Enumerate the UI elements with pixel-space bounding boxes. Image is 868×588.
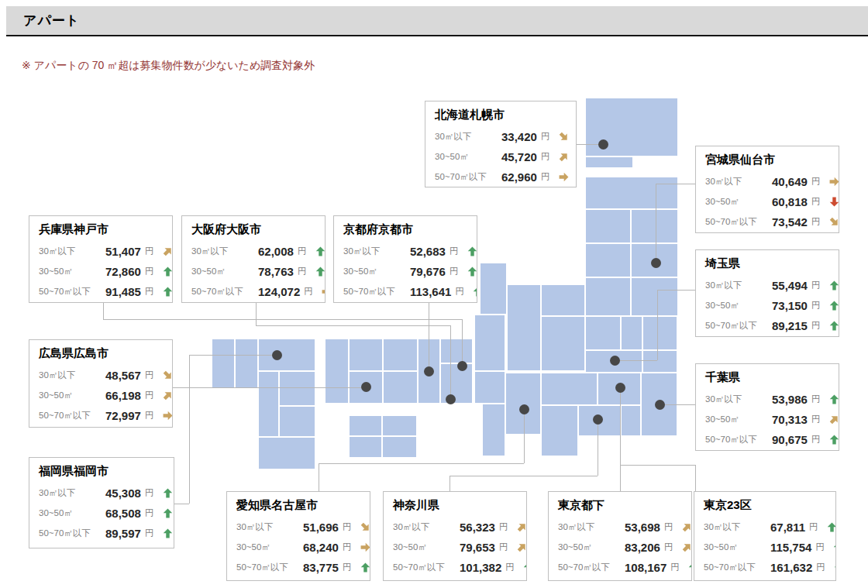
region-name: 北海道札幌市 — [435, 108, 567, 122]
trend-right-icon — [559, 172, 569, 182]
trend-up-right-icon — [827, 412, 839, 426]
trend-up-right-icon — [160, 388, 173, 402]
city-marker — [457, 361, 467, 371]
price-value: 62,960 — [501, 170, 537, 184]
size-label: 30㎡以下 — [191, 246, 258, 257]
region-card: 千葉県 30㎡以下53,986円30~50㎡70,313円50~70㎡以下90,… — [695, 363, 839, 451]
region-card: 埼玉県 30㎡以下55,494円30~50㎡73,150円50~70㎡以下89,… — [695, 249, 839, 337]
price-value: 113,641 — [410, 285, 451, 298]
price-value: 161,632 — [770, 561, 812, 574]
currency-unit: 円 — [815, 542, 826, 553]
price-rows: 30㎡以下51,696円30~50㎡68,240円50~70㎡以下83,775円 — [236, 517, 360, 577]
connector-line — [103, 319, 462, 320]
price-value: 60,818 — [772, 195, 808, 208]
region-name: 宮城県仙台市 — [705, 153, 829, 167]
currency-unit: 円 — [811, 196, 822, 208]
price-row: 30㎡以下52,683円 — [343, 241, 467, 261]
trend-up-icon — [688, 562, 692, 573]
currency-unit: 円 — [811, 394, 822, 405]
map-tile — [643, 351, 677, 372]
size-label: 50~70㎡以下 — [39, 410, 105, 421]
map-tile — [383, 416, 416, 435]
size-label: 50~70㎡以下 — [435, 171, 501, 183]
city-marker — [361, 382, 371, 392]
map-tile — [506, 373, 540, 434]
currency-unit: 円 — [811, 300, 822, 311]
price-row: 30㎡以下33,420円 — [435, 126, 567, 146]
trend-up-icon — [829, 435, 839, 445]
region-name: 京都府京都市 — [343, 222, 467, 237]
price-value: 56,323 — [460, 521, 495, 534]
map-tile — [326, 339, 348, 403]
size-label: 30~50㎡ — [236, 542, 303, 553]
map-tile — [350, 339, 382, 370]
size-label: 50~70㎡以下 — [705, 434, 772, 445]
price-row: 30㎡以下45,308円 — [39, 483, 164, 503]
connector-line — [524, 409, 525, 463]
currency-unit: 円 — [499, 521, 510, 533]
price-value: 52,683 — [410, 245, 446, 258]
page-title: アパート — [23, 12, 80, 29]
city-marker — [615, 383, 625, 393]
trend-right-icon — [829, 177, 839, 187]
connector-line — [450, 476, 450, 491]
price-row: 30~50㎡72,860円 — [39, 261, 163, 281]
currency-unit: 円 — [304, 286, 315, 297]
price-rows: 30㎡以下40,649円30~50㎡60,818円50~70㎡以下73,542円 — [705, 171, 829, 232]
size-label: 30㎡以下 — [705, 280, 772, 291]
city-marker — [519, 404, 529, 414]
price-rows: 30㎡以下62,008円30~50㎡78,763円50~70㎡以下124,072… — [191, 241, 315, 301]
trend-up-right-icon — [160, 244, 173, 258]
map-tile — [586, 244, 630, 277]
trend-down-right-icon — [827, 215, 839, 229]
price-value: 79,676 — [410, 265, 446, 278]
size-label: 30㎡以下 — [39, 487, 105, 499]
trend-up-icon — [829, 394, 839, 404]
map-tile — [542, 317, 584, 370]
map-tile — [350, 416, 381, 435]
price-row: 30㎡以下56,323円 — [393, 517, 517, 537]
connector-line — [103, 303, 104, 319]
price-row: 30~50㎡45,720円 — [435, 146, 567, 167]
price-value: 66,198 — [105, 389, 141, 402]
trend-right-icon — [360, 542, 370, 552]
map-tile — [483, 404, 505, 456]
trend-right-icon — [163, 411, 173, 421]
map-tile — [441, 339, 472, 363]
currency-unit: 円 — [145, 528, 156, 539]
trend-up-icon — [829, 301, 839, 311]
price-value: 89,597 — [105, 527, 141, 540]
size-label: 30~50㎡ — [705, 414, 772, 425]
currency-unit: 円 — [809, 521, 820, 533]
currency-unit: 円 — [816, 562, 827, 573]
map-tile — [212, 339, 234, 387]
price-value: 78,763 — [258, 265, 294, 278]
currency-unit: 円 — [450, 266, 460, 277]
price-value: 70,313 — [772, 413, 808, 426]
price-row: 50~70㎡以下72,997円 — [39, 405, 163, 425]
currency-unit: 円 — [145, 390, 156, 401]
map-tile — [280, 407, 315, 436]
map-tile — [586, 177, 677, 208]
price-row: 30~50㎡78,763円 — [191, 261, 315, 281]
currency-unit: 円 — [450, 246, 460, 257]
region-name: 大阪府大阪市 — [191, 222, 315, 237]
size-label: 30~50㎡ — [435, 151, 501, 163]
trend-up-icon — [163, 488, 173, 498]
price-row: 50~70㎡以下91,485円 — [39, 281, 163, 301]
currency-unit: 円 — [541, 171, 552, 183]
trend-down-right-icon — [358, 520, 370, 534]
currency-unit: 円 — [811, 280, 822, 291]
price-value: 55,494 — [772, 279, 808, 292]
price-value: 90,675 — [772, 433, 808, 446]
currency-unit: 円 — [670, 562, 681, 573]
size-label: 50~70㎡以下 — [393, 562, 460, 573]
price-row: 50~70㎡以下161,632円 — [704, 557, 826, 577]
region-card: 東京都下 30㎡以下53,698円30~50㎡83,206円50~70㎡以下10… — [548, 491, 692, 581]
connector-line — [657, 290, 658, 360]
header-bar: アパート — [6, 6, 868, 36]
trend-up-icon — [829, 280, 839, 291]
region-name: 兵庫県神戸市 — [39, 222, 163, 237]
price-value: 73,150 — [772, 299, 808, 312]
trend-up-icon — [834, 562, 836, 573]
